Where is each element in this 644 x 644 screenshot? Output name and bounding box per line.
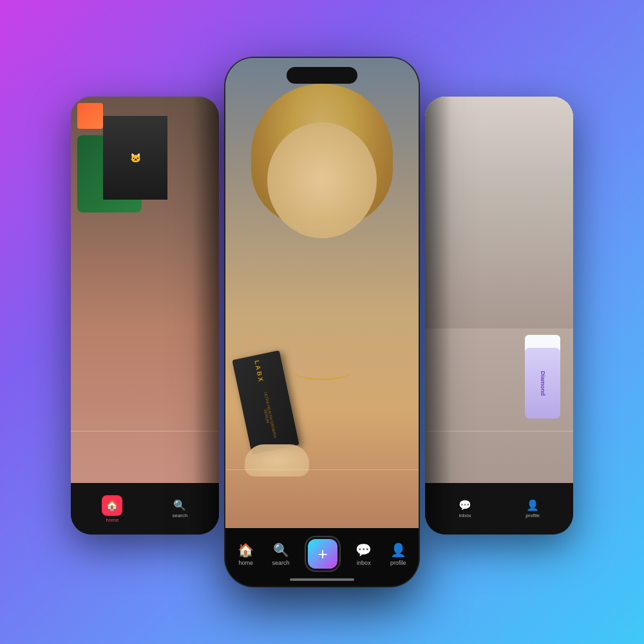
- profile-label-right: profile: [526, 513, 540, 518]
- phone-right-screen: Diamond: [425, 97, 573, 483]
- right-separator: [425, 431, 573, 431]
- search-label-left: search: [172, 513, 187, 518]
- phone-center: LABX ULTRA HEALTH GROWTH SERUM 🏠 home 🔍 …: [225, 58, 419, 586]
- center-nav-search[interactable]: 🔍 search: [272, 542, 290, 566]
- left-nav-search[interactable]: 🔍 search: [172, 499, 187, 518]
- inbox-label-right: inbox: [459, 513, 471, 518]
- product-desc-text: ULTRA HEALTH GROWTH SERUM: [258, 386, 278, 446]
- profile-label-center: profile: [390, 560, 406, 566]
- left-separator: [71, 431, 219, 431]
- center-nav-plus[interactable]: +: [308, 539, 337, 569]
- phone-notch: [287, 67, 357, 84]
- inbox-icon-right: 💬: [459, 499, 471, 511]
- home-label-left: home: [106, 517, 118, 523]
- phone-left: 🐱 🏠 home 🔍 search: [71, 97, 219, 535]
- right-nav-inbox[interactable]: 💬 inbox: [459, 499, 471, 518]
- profile-icon-center: 👤: [390, 542, 406, 558]
- inbox-label-center: inbox: [357, 560, 371, 566]
- home-indicator: [290, 578, 354, 581]
- phone-right: Diamond 💬 inbox 👤 profile: [425, 97, 573, 535]
- center-hand: [245, 444, 309, 477]
- center-nav-inbox[interactable]: 💬 inbox: [355, 542, 372, 566]
- phone-left-screen: 🐱: [71, 97, 219, 483]
- product-brand-text: LABX: [253, 359, 265, 383]
- left-orange-item: [77, 103, 103, 129]
- home-icon-center: 🏠: [238, 542, 254, 558]
- profile-icon-right: 👤: [526, 499, 539, 511]
- search-label-center: search: [272, 560, 290, 566]
- phone-center-navbar: 🏠 home 🔍 search + 💬 inbox 👤 profile: [225, 528, 419, 586]
- search-icon-left: 🔍: [173, 499, 186, 511]
- plus-icon: +: [317, 545, 327, 562]
- left-nav-home[interactable]: 🏠 home: [102, 495, 122, 523]
- center-nav-home[interactable]: 🏠 home: [238, 542, 254, 566]
- home-icon-left: 🏠: [106, 499, 118, 511]
- center-separator: [225, 469, 419, 470]
- phone-center-screen: LABX ULTRA HEALTH GROWTH SERUM: [225, 58, 419, 528]
- right-product-bottle: Diamond: [525, 348, 560, 419]
- app-scene: 🐱 🏠 home 🔍 search: [71, 58, 573, 586]
- home-label-center: home: [238, 560, 253, 566]
- center-necklace: [293, 364, 351, 380]
- center-nav-profile[interactable]: 👤 profile: [390, 542, 406, 566]
- search-icon-center: 🔍: [273, 542, 289, 558]
- phone-right-navbar: 💬 inbox 👤 profile: [425, 483, 573, 535]
- center-face: [267, 122, 377, 238]
- left-bag: 🐱: [103, 116, 167, 200]
- phone-left-navbar: 🏠 home 🔍 search: [71, 483, 219, 535]
- right-nav-profile[interactable]: 👤 profile: [526, 499, 540, 518]
- right-face-bg: [425, 97, 573, 328]
- inbox-icon-center: 💬: [355, 542, 372, 558]
